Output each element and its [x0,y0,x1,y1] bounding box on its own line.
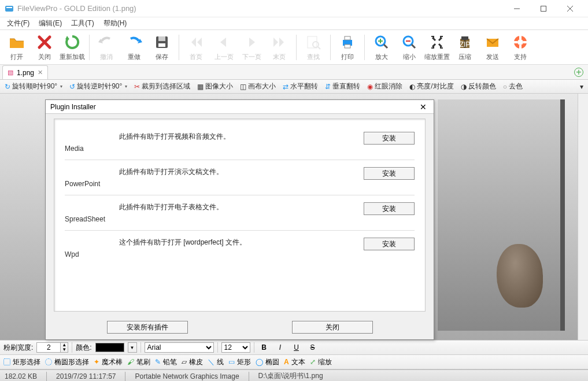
svg-rect-16 [345,45,350,48]
dialog-cancel-button[interactable]: 关闭 [292,321,373,334]
ellipse-select-button[interactable]: 椭圆形选择 [45,357,89,367]
menu-edit[interactable]: 编辑(E) [34,17,66,29]
save-button[interactable]: 保存 [149,32,175,63]
svg-rect-9 [158,36,165,41]
svg-rect-1 [6,7,12,8]
vertical-scrollbar[interactable] [578,94,588,340]
plugin-row-powerpoint: PowerPoint 此插件有助于打开演示文稿文件。 安装 [65,160,415,195]
zoom-reset-button[interactable]: 缩放重置 [424,32,450,63]
install-all-button[interactable]: 安装所有插件 [107,321,188,334]
wand-icon: ✦ [94,358,99,366]
crop-button[interactable]: ✂裁剪到选择区域 [132,82,193,91]
menu-tools[interactable]: 工具(T) [66,17,98,29]
next-page-button[interactable]: 下一页 [238,32,265,63]
desaturate-button[interactable]: ○去色 [501,82,525,91]
flip-h-button[interactable]: ⇄水平翻转 [280,82,320,91]
dialog-titlebar[interactable]: Plugin Installer ✕ [46,100,434,114]
send-button[interactable]: 发送 [479,32,506,63]
image-size-button[interactable]: ▦图像大小 [195,82,235,91]
svg-rect-3 [541,6,546,11]
separator [179,35,179,60]
strike-button[interactable]: S [306,342,319,353]
svg-rect-15 [345,36,350,40]
contrast-icon: ◐ [409,83,415,91]
canvas-size-button[interactable]: ◫画布大小 [238,82,278,91]
close-window-button[interactable] [557,0,583,17]
redo-button[interactable]: 重做 [121,32,147,63]
rect-select-button[interactable]: 矩形选择 [3,357,40,367]
magic-wand-button[interactable]: ✦魔术棒 [94,357,123,367]
last-page-button[interactable]: 末页 [266,32,293,63]
install-button[interactable]: 安装 [364,167,415,180]
brush-button[interactable]: 🖌笔刷 [127,357,150,367]
reload-button[interactable]: 重新加载 [59,32,86,63]
brightness-contrast-button[interactable]: ◐亮度/对比度 [407,82,456,91]
dialog-close-button[interactable]: ✕ [417,102,429,112]
flip-v-button[interactable]: ⇵垂直翻转 [323,82,363,91]
rect-shape-button[interactable]: ▭矩形 [228,357,251,367]
color-swatch[interactable] [95,343,124,352]
file-tab[interactable]: ▧ 1.png ✕ [2,65,48,79]
print-button[interactable]: 打印 [334,32,361,63]
maximize-button[interactable] [530,0,557,17]
font-select[interactable]: Arial [145,342,214,353]
next-icon [242,33,261,51]
canvas-size-icon: ◫ [240,83,246,91]
image-size-icon: ▦ [197,83,204,91]
ellipse-icon: ◯ [256,358,263,366]
zip-button[interactable]: ZIP压缩 [452,32,478,63]
brush-width-input[interactable]: ▲▼ [36,342,68,353]
bold-button[interactable]: B [258,342,271,353]
print-icon [338,33,357,51]
separator [330,35,331,60]
close-button[interactable]: 关闭 [31,32,58,63]
ellipse-shape-button[interactable]: ◯椭圆 [256,357,279,367]
eraser-icon: ▱ [182,358,187,366]
zoom-reset-icon [428,33,446,51]
line-button[interactable]: ＼线 [208,357,224,367]
plugin-row-media: Media 此插件有助于打开视频和音频文件。 安装 [65,125,415,160]
font-size-select[interactable]: 12 [221,342,250,353]
rotate-cw-icon: ↻ [5,83,10,91]
rotate-ccw-button[interactable]: ↺旋转逆时针90° [67,82,130,91]
zoom-tool-button[interactable]: ⤢缩放 [310,357,332,367]
rotate-cw-button[interactable]: ↻旋转顺时针90° [2,82,65,91]
support-button[interactable]: 支持 [507,32,534,63]
text-button[interactable]: A文本 [284,357,305,367]
zoom-in-button[interactable]: 放大 [368,32,395,63]
add-tab-button[interactable]: + [574,68,583,77]
first-page-button[interactable]: 首页 [183,32,209,63]
undo-button[interactable]: 撤消 [93,32,120,63]
rect-select-icon [3,358,10,365]
color-dropdown[interactable]: ▼ [128,342,137,353]
minimize-button[interactable] [504,0,530,17]
toolbar-overflow-button[interactable]: ▾ [578,83,586,91]
install-button[interactable]: 安装 [364,238,415,250]
shape-toolbar: 矩形选择 椭圆形选择 ✦魔术棒 🖌笔刷 ✎铅笔 ▱橡皮 ＼线 ▭矩形 ◯椭圆 A… [0,355,588,369]
prev-page-button[interactable]: 上一页 [210,32,237,63]
titlebar: FileViewPro - GOLD Edition (1.png) [0,0,588,17]
main-toolbar: 打开 关闭 重新加载 撤消 重做 保存 首页 上一页 下一页 末页 查找 打印 … [0,30,588,65]
dialog-footer: 安装所有插件 关闭 [46,321,434,334]
brush-bar: 粉刷宽度: ▲▼ 颜色: ▼ Arial 12 B I U S [0,340,588,355]
close-tab-icon[interactable]: ✕ [38,69,43,76]
underline-button[interactable]: U [290,342,303,353]
pencil-button[interactable]: ✎铅笔 [155,357,177,367]
menu-file[interactable]: 文件(F) [2,17,34,29]
image-toolbar: ↻旋转顺时针90° ↺旋转逆时针90° ✂裁剪到选择区域 ▦图像大小 ◫画布大小… [0,80,588,94]
eraser-button[interactable]: ▱橡皮 [182,357,203,367]
redeye-button[interactable]: ◉红眼消除 [365,82,405,91]
folder-open-icon [8,33,26,51]
install-button[interactable]: 安装 [364,132,415,145]
find-button[interactable]: 查找 [300,32,327,63]
window-title: FileViewPro - GOLD Edition (1.png) [17,4,504,13]
install-button[interactable]: 安装 [364,202,415,215]
italic-button[interactable]: I [274,342,287,353]
plugin-name: PowerPoint [65,167,119,188]
invert-button[interactable]: ◑反转颜色 [458,82,498,91]
open-button[interactable]: 打开 [3,32,30,63]
menu-help[interactable]: 帮助(H) [99,17,132,29]
color-label: 颜色: [76,343,91,353]
first-icon [187,33,205,51]
zoom-out-button[interactable]: 缩小 [396,32,423,63]
